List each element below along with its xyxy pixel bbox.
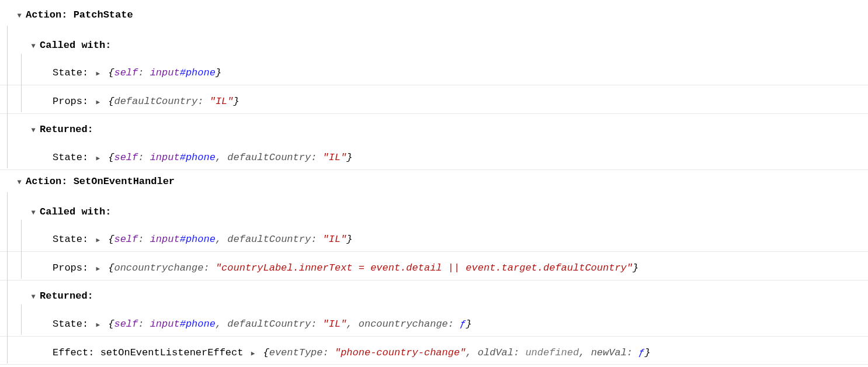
obj-value: input: [150, 67, 180, 78]
obj-key: eventType: [269, 347, 323, 358]
chevron-down-icon[interactable]: ▼: [28, 208, 39, 218]
obj-key: self: [114, 318, 138, 330]
obj-value-id: #phone: [180, 152, 216, 163]
effect-row[interactable]: ▼ Effect: setOnEventListenerEffect: [0, 365, 868, 367]
obj-value-id: #phone: [180, 318, 216, 330]
state-row[interactable]: State: ▶ {self: input#phone, defaultCoun…: [0, 141, 868, 170]
props-row[interactable]: Props: ▶ {oncountrychange: "countryLabel…: [0, 252, 868, 281]
debug-tree: ▼ Action: PatchState ▼ Called with: Stat…: [0, 0, 868, 367]
obj-value: input: [150, 318, 180, 330]
action-name: PatchState: [74, 9, 133, 20]
chevron-down-icon[interactable]: ▼: [28, 126, 39, 136]
obj-value: input: [150, 152, 180, 163]
chevron-down-icon[interactable]: ▼: [14, 11, 25, 21]
obj-value: input: [150, 234, 180, 245]
effect-row[interactable]: Effect: setOnEventListenerEffect ▶ {even…: [0, 337, 868, 365]
called-with-label: Called with:: [40, 39, 111, 53]
chevron-down-icon[interactable]: ▼: [14, 178, 25, 188]
called-with-row[interactable]: ▼ Called with:: [0, 196, 868, 224]
state-label: State:: [53, 234, 88, 245]
state-label: State:: [53, 67, 88, 78]
chevron-right-icon[interactable]: ▶: [96, 70, 100, 78]
returned-row[interactable]: ▼ Returned:: [0, 114, 868, 142]
obj-key: newVal: [591, 347, 627, 358]
chevron-right-icon[interactable]: ▶: [96, 154, 100, 163]
chevron-right-icon[interactable]: ▶: [251, 349, 255, 358]
state-label: State:: [53, 318, 88, 330]
obj-key: defaultCountry: [114, 96, 197, 107]
effect-name: setOnEventListenerEffect: [100, 347, 244, 358]
obj-key: defaultCountry: [227, 318, 311, 330]
returned-row[interactable]: ▼ Returned:: [0, 281, 868, 309]
obj-value: "IL": [323, 318, 347, 330]
returned-label: Returned:: [40, 123, 93, 137]
chevron-right-icon[interactable]: ▶: [96, 236, 100, 245]
called-with-row[interactable]: ▼ Called with:: [0, 29, 868, 57]
obj-key: oncountrychange: [359, 318, 448, 330]
obj-key: oldVal: [478, 347, 513, 358]
obj-key: self: [114, 67, 138, 78]
obj-key: defaultCountry: [227, 152, 311, 163]
chevron-right-icon[interactable]: ▶: [96, 98, 100, 107]
called-with-label: Called with:: [40, 205, 111, 219]
props-label: Props:: [53, 262, 88, 273]
obj-value: "IL": [323, 152, 347, 163]
obj-value: "IL": [210, 96, 234, 107]
state-label: State:: [53, 152, 88, 163]
obj-value-id: #phone: [180, 67, 216, 78]
chevron-right-icon[interactable]: ▶: [96, 321, 100, 330]
obj-value: ƒ: [638, 347, 644, 358]
action-row[interactable]: ▼ Action: PatchState: [0, 4, 868, 29]
action-label: Action:: [26, 176, 74, 187]
effect-label: Effect:: [53, 347, 94, 358]
state-row[interactable]: State: ▶ {self: input#phone, defaultCoun…: [0, 223, 868, 252]
obj-value: "phone-country-change": [335, 347, 466, 358]
obj-key: self: [114, 152, 138, 163]
obj-value: "countryLabel.innerText = event.detail |…: [216, 262, 633, 273]
chevron-down-icon[interactable]: ▼: [28, 292, 39, 302]
obj-key: self: [114, 234, 138, 245]
obj-value: undefined: [525, 347, 579, 358]
obj-value: "IL": [323, 234, 347, 245]
obj-value: ƒ: [460, 318, 466, 330]
obj-value-id: #phone: [180, 234, 216, 245]
props-row[interactable]: Props: ▶ {defaultCountry: "IL"}: [0, 85, 868, 114]
state-row[interactable]: State: ▶ {self: input#phone}: [0, 57, 868, 86]
action-row[interactable]: ▼ Action: SetOnEventHandler: [0, 170, 868, 196]
chevron-down-icon[interactable]: ▼: [28, 41, 39, 51]
returned-label: Returned:: [40, 289, 93, 303]
action-name: SetOnEventHandler: [74, 176, 175, 187]
obj-key: defaultCountry: [227, 234, 311, 245]
props-label: Props:: [53, 96, 88, 107]
chevron-right-icon[interactable]: ▶: [96, 265, 100, 273]
obj-key: oncountrychange: [114, 262, 203, 273]
action-label: Action:: [26, 9, 74, 20]
state-row[interactable]: State: ▶ {self: input#phone, defaultCoun…: [0, 308, 868, 337]
